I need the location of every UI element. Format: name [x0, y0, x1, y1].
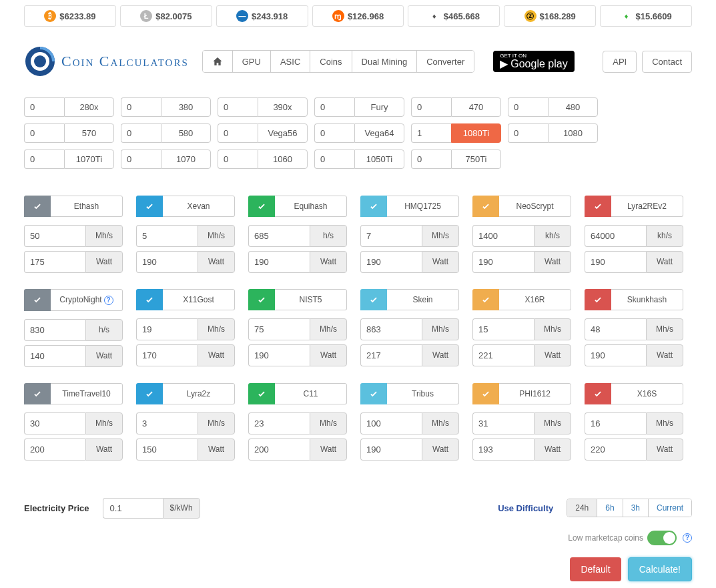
gpu-label-button[interactable]: Vega64 — [354, 123, 404, 143]
gpu-label-button[interactable]: 1080 — [548, 123, 598, 143]
ticker-zec[interactable]: ⓩ$168.289 — [504, 5, 596, 27]
algo-toggle[interactable] — [248, 383, 275, 404]
hashrate-input[interactable] — [136, 412, 198, 434]
hashrate-input[interactable] — [24, 319, 85, 341]
logo[interactable]: Coin Calculators — [24, 45, 189, 77]
gpu-qty-input[interactable] — [508, 123, 548, 143]
algo-toggle[interactable] — [248, 196, 275, 217]
algo-toggle[interactable] — [136, 196, 163, 217]
watt-input[interactable] — [136, 344, 198, 366]
algo-toggle[interactable] — [360, 196, 387, 217]
hashrate-input[interactable] — [248, 412, 310, 434]
algo-toggle[interactable] — [24, 289, 51, 311]
low-marketcap-toggle[interactable] — [647, 531, 677, 545]
watt-input[interactable] — [472, 251, 534, 273]
hashrate-input[interactable] — [136, 318, 198, 340]
watt-input[interactable] — [585, 251, 646, 273]
watt-input[interactable] — [472, 438, 534, 461]
hashrate-input[interactable] — [585, 225, 646, 247]
watt-input[interactable] — [136, 251, 198, 273]
calculate-button[interactable]: Calculate! — [628, 557, 692, 581]
hashrate-input[interactable] — [585, 318, 646, 340]
electricity-price-input[interactable] — [103, 498, 163, 519]
watt-input[interactable] — [360, 251, 422, 273]
watt-input[interactable] — [136, 438, 198, 461]
algo-toggle[interactable] — [24, 196, 51, 217]
hashrate-input[interactable] — [248, 318, 310, 340]
gpu-qty-input[interactable] — [24, 150, 64, 169]
hashrate-input[interactable] — [360, 412, 422, 434]
gpu-qty-input[interactable] — [218, 123, 258, 143]
hashrate-input[interactable] — [24, 412, 85, 434]
nav-gpu[interactable]: GPU — [233, 51, 271, 72]
watt-input[interactable] — [248, 344, 310, 366]
gpu-label-button[interactable]: 280x — [64, 97, 114, 117]
ticker-xmr[interactable]: ɱ$126.968 — [312, 5, 404, 27]
gpu-qty-input[interactable] — [218, 150, 258, 169]
algo-toggle[interactable] — [585, 383, 611, 404]
difficulty-6h[interactable]: 6h — [597, 499, 623, 517]
algo-toggle[interactable] — [472, 289, 499, 310]
gpu-qty-input[interactable] — [314, 150, 354, 169]
watt-input[interactable] — [585, 344, 646, 366]
contact-button[interactable]: Contact — [642, 51, 692, 73]
gpu-label-button[interactable]: 1050Ti — [354, 150, 404, 169]
help-icon[interactable]: ? — [683, 533, 692, 543]
gpu-qty-input[interactable] — [314, 97, 354, 117]
ticker-ltc[interactable]: Ł$82.0075 — [120, 5, 212, 27]
algo-toggle[interactable] — [24, 383, 51, 404]
algo-toggle[interactable] — [472, 196, 499, 217]
ticker-eth[interactable]: ♦$465.668 — [408, 5, 500, 27]
hashrate-input[interactable] — [360, 318, 422, 340]
nav-dual-mining[interactable]: Dual Mining — [352, 51, 418, 72]
hashrate-input[interactable] — [136, 225, 198, 247]
hashrate-input[interactable] — [360, 225, 422, 247]
ticker-dash[interactable]: —$243.918 — [216, 5, 308, 27]
gpu-label-button[interactable]: 1070Ti — [64, 150, 114, 169]
algo-toggle[interactable] — [136, 289, 163, 310]
gpu-qty-input[interactable] — [24, 123, 64, 143]
hashrate-input[interactable] — [248, 225, 310, 247]
algo-toggle[interactable] — [472, 383, 499, 404]
algo-toggle[interactable] — [360, 383, 387, 404]
hashrate-input[interactable] — [585, 412, 646, 434]
ticker-etc[interactable]: ♦$15.6609 — [600, 5, 692, 27]
gpu-label-button[interactable]: Vega56 — [258, 123, 308, 143]
gpu-qty-input[interactable] — [121, 97, 161, 117]
nav-coins[interactable]: Coins — [310, 51, 352, 72]
hashrate-input[interactable] — [472, 318, 534, 340]
gpu-qty-input[interactable] — [314, 123, 354, 143]
google-play-badge[interactable]: GET IT ON ▶Google play — [493, 51, 574, 72]
watt-input[interactable] — [248, 251, 310, 273]
watt-input[interactable] — [24, 251, 85, 273]
watt-input[interactable] — [360, 438, 422, 461]
nav-converter[interactable]: Converter — [417, 51, 474, 72]
gpu-label-button[interactable]: 390x — [258, 97, 308, 117]
watt-input[interactable] — [248, 438, 310, 461]
difficulty-24h[interactable]: 24h — [567, 499, 597, 517]
nav-home[interactable] — [203, 51, 233, 72]
gpu-qty-input[interactable] — [411, 97, 451, 117]
ticker-btc[interactable]: ₿$6233.89 — [24, 5, 116, 27]
difficulty-current[interactable]: Current — [649, 499, 691, 517]
gpu-qty-input[interactable] — [121, 123, 161, 143]
gpu-qty-input[interactable] — [508, 97, 548, 117]
watt-input[interactable] — [585, 438, 646, 461]
gpu-label-button[interactable]: 580 — [161, 123, 211, 143]
default-button[interactable]: Default — [570, 557, 621, 581]
algo-toggle[interactable] — [585, 289, 611, 310]
algo-toggle[interactable] — [360, 289, 387, 310]
gpu-label-button[interactable]: 1080Ti — [451, 123, 501, 143]
watt-input[interactable] — [24, 345, 85, 367]
gpu-qty-input[interactable] — [411, 150, 451, 169]
watt-input[interactable] — [360, 344, 422, 366]
gpu-label-button[interactable]: 1070 — [161, 150, 211, 169]
gpu-label-button[interactable]: 380 — [161, 97, 211, 117]
algo-toggle[interactable] — [136, 383, 163, 404]
gpu-qty-input[interactable] — [411, 123, 451, 143]
watt-input[interactable] — [24, 438, 85, 461]
hashrate-input[interactable] — [24, 225, 85, 247]
gpu-qty-input[interactable] — [121, 150, 161, 169]
algo-toggle[interactable] — [248, 289, 275, 310]
api-button[interactable]: API — [603, 51, 637, 73]
